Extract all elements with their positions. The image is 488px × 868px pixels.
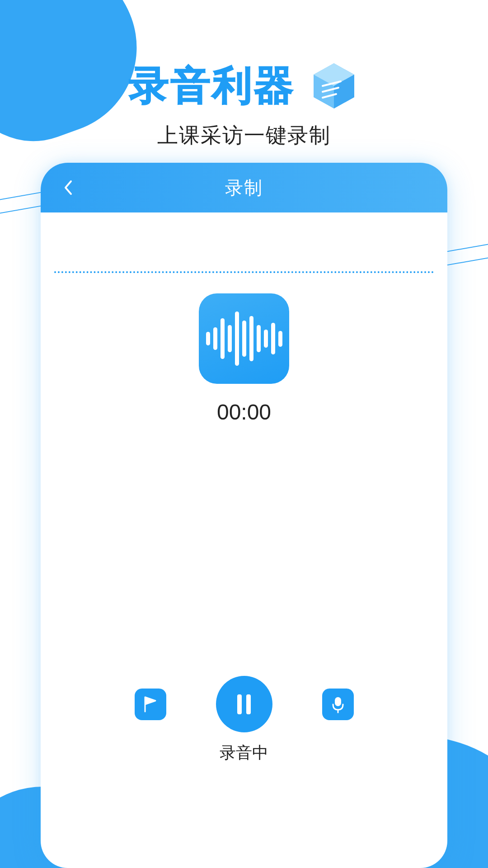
app-header-title: 录制 (225, 175, 263, 200)
app-logo-cube-icon (309, 61, 359, 111)
flag-icon (143, 696, 158, 713)
main-title: 录音利器 (129, 59, 296, 113)
waveform-timeline (54, 271, 434, 273)
recording-timer: 00:00 (41, 400, 447, 425)
stop-icon (330, 695, 346, 713)
stop-save-button[interactable] (322, 689, 354, 720)
app-header-bar: 录制 (41, 163, 447, 212)
audio-waveform-icon (199, 293, 289, 384)
svg-rect-7 (246, 694, 251, 714)
promo-header: 录音利器 上课采访一键录制 (0, 0, 488, 150)
svg-rect-6 (237, 694, 242, 714)
back-button[interactable] (59, 179, 77, 197)
phone-mockup-frame: 录制 00:00 (41, 163, 447, 868)
flag-marker-button[interactable] (135, 689, 166, 720)
pause-icon (235, 693, 253, 716)
svg-rect-8 (335, 697, 341, 706)
subtitle: 上课采访一键录制 (0, 122, 488, 150)
pause-button[interactable] (216, 676, 272, 732)
recording-controls (41, 676, 447, 732)
recording-status-label: 录音中 (41, 742, 447, 764)
chevron-left-icon (63, 179, 73, 196)
